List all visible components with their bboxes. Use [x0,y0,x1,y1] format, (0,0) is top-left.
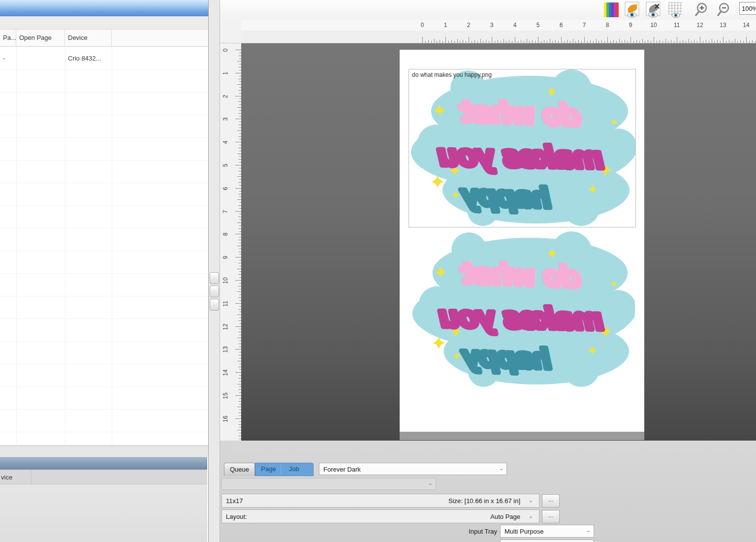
row-open-page-cell [16,47,65,69]
vertical-ruler: 012345678910111213141516 [220,43,241,441]
ruler-number: 8 [222,230,229,238]
panel-splitter[interactable]: ∙∙ ∙∙ ∙∙ [209,0,220,542]
design-artwork: do whatmakes youhappy [409,69,635,227]
preview-area: 100% 0123456789101112131415 012345678910… [220,0,756,542]
input-tray-value: Multi Purpose [504,528,543,535]
color-view-icon[interactable] [624,1,641,18]
ruler-number: 2 [467,22,471,29]
panel-gap [0,446,208,457]
queue-panel: Pa... Open Page Device - Crio 8432... vi… [0,0,208,542]
zoom-out-icon[interactable] [716,1,732,18]
svg-text:makes you: makes you [438,138,606,175]
ruler-number: 12 [696,22,703,29]
ruler-number: 7 [222,208,229,216]
table-row[interactable]: - Crio 8432... [0,47,208,69]
tab-job[interactable]: Job [282,463,306,476]
ruler-number: 12 [222,323,229,331]
ruler-number: 6 [222,185,229,192]
color-palette-icon[interactable] [603,1,620,18]
size-combobox[interactable]: 11x17 Size: [10.66 in x 16.67 in] ⌄ [221,494,539,508]
chevron-down-icon: ⌄ [529,497,533,504]
chevron-down-icon: ⌄ [529,513,533,519]
job-settings-panel: Queue Page Job Forever Dark ⌄ ⌄ 11x17 Si… [220,441,756,542]
ruler-number: 3 [222,115,229,123]
tab-divider [281,464,281,475]
printed-jobs-table-body [0,484,207,542]
ruler-number: 4 [222,138,229,146]
ruler-number: 11 [674,22,680,29]
zoom-in-icon[interactable] [693,1,710,18]
jobs-table-header: Pa... Open Page Device [0,30,208,47]
ruler-number: 0 [421,22,424,29]
ruler-number: 11 [222,300,229,308]
layout-combobox[interactable]: Layout: Auto Page ⌄ [221,510,539,523]
design-object-2[interactable]: do whatmakes youhappy [410,231,635,388]
ruler-number: 3 [490,22,494,29]
column-header-empty [112,30,208,46]
size-name-value: 11x17 [226,497,243,505]
column-header-open-page[interactable]: Open Page [16,30,65,46]
splitter-restore-button[interactable]: ∙∙ [210,286,219,297]
input-tray-select[interactable]: Multi Purpose ⌄ [500,525,594,538]
column-header-device-cut: vice [1,474,12,481]
column-divider [16,47,17,446]
grayscale-view-icon[interactable] [645,1,662,18]
chevron-down-icon: ⌄ [499,465,504,472]
svg-text:do what: do what [458,95,584,132]
print-page[interactable]: do what makes you happy.png do whatmakes… [400,50,644,432]
ruler-number: 14 [222,369,229,377]
column-header-pages[interactable]: Pa... [0,30,16,46]
queue-panel-toolbar-strip [0,16,208,30]
queue-panel-title-bar [0,0,208,16]
grid-view-icon[interactable] [667,1,684,18]
size-dimensions-value: Size: [10.66 in x 16.67 in] [448,497,520,505]
chevron-down-icon: ⌄ [586,527,591,534]
ruler-number: 2 [222,93,229,100]
ruler-number: 9 [629,22,632,29]
ruler-number: 7 [583,22,586,29]
splitter-expand-button[interactable]: ∙∙ [210,299,219,311]
ruler-number: 5 [222,161,229,169]
column-divider [112,47,112,446]
svg-text:happy: happy [459,179,553,215]
media-select-value: Forever Dark [323,465,361,473]
printed-jobs-title-bar [0,457,207,470]
svg-text:makes you: makes you [439,300,605,337]
row-pages-cell: - [0,47,16,69]
design-object-1[interactable]: do what makes you happy.png do whatmakes… [409,69,636,227]
tab-queue[interactable]: Queue [224,463,255,476]
tab-page[interactable]: Page [256,463,281,476]
cut-off-dropdown[interactable] [500,540,594,542]
ruler-number: 9 [222,254,229,261]
app-window: Pa... Open Page Device - Crio 8432... vi… [0,0,756,542]
ruler-number: 15 [222,392,229,400]
column-header-device[interactable]: Device [65,30,112,46]
layout-canvas[interactable]: do what makes you happy.png do whatmakes… [241,43,756,441]
ruler-number: 13 [720,22,726,29]
ruler-number: 6 [560,22,563,29]
view-toolbar: 100% [220,0,756,20]
ruler-number: 4 [513,22,517,29]
ruler-number: 1 [222,69,229,77]
ruler-number: 10 [222,277,229,285]
media-select[interactable]: Forever Dark ⌄ [319,463,507,475]
ruler-number: 16 [222,415,229,423]
layout-more-button[interactable]: ... [542,510,560,523]
horizontal-ruler-ticks [241,31,756,43]
column-divider [31,470,32,484]
ruler-corner [220,20,241,43]
page-bottom-shadow [400,432,644,440]
chevron-down-icon: ⌄ [428,480,433,486]
svg-text:do what: do what [459,257,584,294]
zoom-level-input[interactable]: 100% [739,2,756,15]
ruler-number: 0 [222,46,229,54]
splitter-collapse-button[interactable]: ∙∙ [210,272,219,284]
size-more-button[interactable]: ... [542,494,560,508]
queue-select[interactable]: ⌄ [221,478,436,490]
svg-text:happy: happy [460,340,554,376]
design-filename-label: do what makes you happy.png [412,71,492,78]
layout-label: Layout: [226,513,247,520]
ruler-number: 13 [222,346,229,353]
ruler-number: 14 [743,22,749,29]
design-artwork: do whatmakes youhappy [410,231,635,388]
